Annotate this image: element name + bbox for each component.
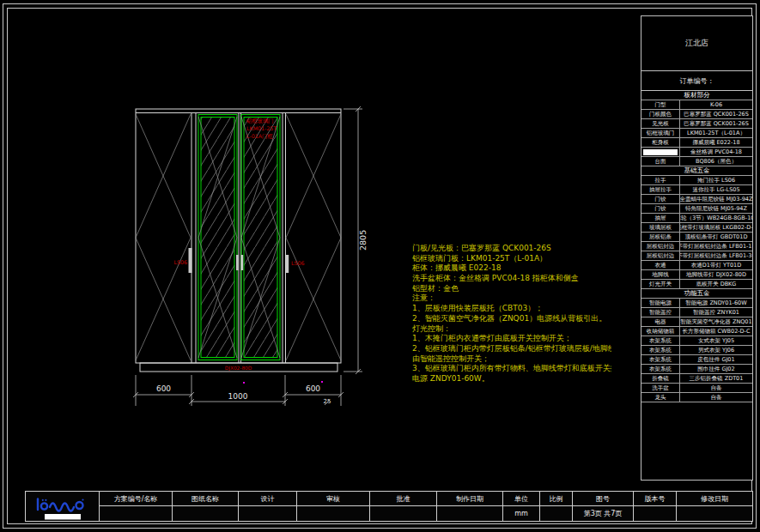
table-row: 收纳储物箱 长方形储物箱 CWB02-D-C xyxy=(641,327,752,336)
title-bar-column-value: 第3页 共7页 xyxy=(573,506,633,521)
spec-row-label: 折叠镜 xyxy=(641,374,680,383)
glass-door-left xyxy=(198,115,237,360)
spec-row-label: 洗手盆 xyxy=(641,384,680,392)
table-row: 抽屉拉手 迷你拉手 LG-LS05 xyxy=(641,185,752,195)
spec-row-value: 迷你拉手 LG-LS05 xyxy=(680,185,752,194)
spec-row-value: 皮包挂件 GJ01 xyxy=(680,355,752,364)
table-row: 龙头 自备 xyxy=(641,393,752,402)
table-row: 门型 K-06 xyxy=(641,100,752,110)
handle-center-left xyxy=(236,255,239,270)
spec-row-label: 层板铝条 xyxy=(641,233,680,241)
spec-row-label: 地脚线 xyxy=(641,270,680,279)
title-bar-column-value xyxy=(239,506,296,521)
glass-door-right xyxy=(241,115,280,360)
title-bar-column-value xyxy=(437,506,502,521)
table-row: 柜身板 挪威晨曦 E022-18 xyxy=(641,138,752,148)
title-bar-column: 审核 xyxy=(297,492,370,521)
spec-row-label: 门铰 xyxy=(641,204,680,213)
spec-row-label: 铝框玻璃门 xyxy=(641,129,680,137)
note-line: 铝型材：金色 xyxy=(412,284,611,294)
spec-row-value: LKM01-25T（L-01A） xyxy=(680,129,752,137)
glass-door-label-line3: L-01A门框 xyxy=(246,133,273,139)
glass-door-label-line1: 铝框玻璃门 xyxy=(246,118,273,124)
title-bar-column-value xyxy=(100,506,172,521)
spec-row-label: 柜身板 xyxy=(641,138,680,147)
table-row: 门铰 全盖蜗牛阻尼铰链 MJ03-94Z xyxy=(641,195,752,204)
title-bar-column: 方案编号/名称 xyxy=(100,492,173,521)
spec-row-value: 铝框带灯玻璃层板 LKGB02-D-1 xyxy=(680,223,752,232)
note-line: 铝框玻璃门板：LKM01-25T（L-01A） xyxy=(412,254,611,264)
losvvo-logo-icon xyxy=(26,492,100,523)
table-row: 智能电源 智能电源 ZNDY01-60W xyxy=(641,299,752,308)
title-bar-column: 单位 mm xyxy=(503,492,540,521)
table-row: 地脚线 地脚线带灯 DJX02-80D xyxy=(641,270,752,280)
spec-row-value: 掩门拉手 LS06 xyxy=(680,176,752,184)
dimension-right-value: 600 xyxy=(306,384,320,393)
title-bar-column-label: 制作日期 xyxy=(437,492,502,506)
spec-row-label: 衣架系统 xyxy=(641,336,680,345)
spec-row-label: 衣架系统 xyxy=(641,355,680,364)
spec-row-label: 层板铝封边 xyxy=(641,251,680,260)
spec-row-value: 金丝格调 PVC04-18 xyxy=(680,148,752,156)
spec-row-label: 玻璃层板 xyxy=(641,223,680,232)
note-line: 电源 ZNDY01-60W。 xyxy=(412,374,611,384)
table-row: 层板铝封边 不带灯层板铝封边条 LFB01-18 xyxy=(641,242,752,251)
note-line: 3、铝框玻璃门柜内所有带灯物料、地脚线带灯和底板开关接智能 xyxy=(412,364,611,374)
spec-row-value: 衣通D1带灯 YT01D xyxy=(680,261,752,269)
spec-row-label: 收纳储物箱 xyxy=(641,327,680,336)
table-row: 门铰 特角阻尼铰链 MJ05-94Z xyxy=(641,204,752,214)
spec-row-value: 智能电源 ZNDY01-60W xyxy=(680,299,752,307)
cabinet-outline xyxy=(136,109,341,372)
title-bar-column-label: 方案编号/名称 xyxy=(100,492,172,506)
title-bar-column: 图号 第3页 共7页 xyxy=(573,492,634,521)
title-bar-column-label: 批准 xyxy=(370,492,436,506)
store-name: 江北店 xyxy=(641,16,752,71)
table-row: 电器 智能灭菌空气净化器 ZNQ01 xyxy=(641,317,752,327)
table-row: 衣架系统 女式衣架 YJ05 xyxy=(641,336,752,346)
spec-row-value: 自备 xyxy=(680,384,752,392)
spec-table: 江北店 订单编号： 板材部分 门型 K-06 门板颜色 巴塞罗那蓝 QCK001… xyxy=(641,15,753,481)
company-logo xyxy=(26,492,100,521)
spec-row-value: 智能遥控 ZNYK01 xyxy=(680,308,752,317)
spec-row-value: 底板开关 DBKG xyxy=(680,280,752,288)
table-row: 功能五金 xyxy=(641,289,752,299)
grip-dots xyxy=(243,381,323,384)
title-bar-column-label: 图号 xyxy=(573,492,633,506)
title-bar-column-value xyxy=(677,506,752,521)
spec-row-value: 顶板铝条带灯 GBDT01D xyxy=(680,233,752,241)
title-bar-column: 比例 xyxy=(540,492,573,521)
title-bar-column: 设计 xyxy=(239,492,297,521)
spec-row-value: 围巾挂件 GJ02 xyxy=(680,365,752,373)
title-bar-column: 图纸名称 xyxy=(173,492,239,521)
table-row: 层板铝条 顶板铝条带灯 GBDT01D xyxy=(641,233,752,242)
title-bar-column-value xyxy=(540,506,572,521)
handle-label-left: LS06 xyxy=(173,259,187,265)
table-row: 拉手 掩门拉手 LS06 xyxy=(641,176,752,185)
table-row: 见光板 巴塞罗那蓝 QCK001-26S xyxy=(641,119,752,129)
note-line: 1、层板使用快装层板托（CBT03）； xyxy=(412,304,611,314)
title-bar-columns: 方案编号/名称 图纸名称 设计 审核 批准 制作日期 单位 mm xyxy=(100,492,752,521)
annotation-notes: 门板/见光板：巴塞罗那蓝 QCK001-26S铝框玻璃门板：LKM01-25T（… xyxy=(412,244,611,384)
table-row: 层板铝封边 不带灯层板铝封边条 LFB01-36 xyxy=(641,251,752,261)
spec-row-value: 自备 xyxy=(680,393,752,402)
note-line: 由智能遥控控制开关； xyxy=(412,354,611,365)
spec-row-value: 巴塞罗那蓝 QCK001-26S xyxy=(680,119,752,128)
spec-row-label: 抽屉 xyxy=(641,214,680,222)
dimension-height-value: 2805 xyxy=(358,230,368,251)
dimension-center-value: 1000 xyxy=(228,392,248,401)
table-row: 衣架系统 男式衣架 YJ06 xyxy=(641,346,752,355)
baseboard-label: DJX02-80D xyxy=(225,366,252,372)
title-bar-column-value xyxy=(370,506,436,521)
spec-row-value: 三步铝折叠镜 ZDT01 xyxy=(680,374,752,383)
spec-row-value: 不带灯层板铝封边条 LFB01-18 xyxy=(680,242,752,251)
spec-rows: 板材部分 门型 K-06 门板颜色 巴塞罗那蓝 QCK001-26S 见光板 巴… xyxy=(641,91,752,402)
title-bar-column-label: 设计 xyxy=(239,492,296,506)
title-bar-column-value: mm xyxy=(503,506,539,521)
spec-row-label xyxy=(641,148,680,156)
spec-row-value: 巴塞罗那蓝 QCK001-26S xyxy=(680,110,752,118)
table-row: 衣通 衣通D1带灯 YT01D xyxy=(641,261,752,270)
title-bar-column: 制作日期 xyxy=(437,492,503,521)
spec-row-label: 衣通 xyxy=(641,261,680,269)
spec-row-value: 不带灯层板铝封边条 LFB01-36 xyxy=(680,251,752,260)
spec-row-label: 见光板 xyxy=(641,119,680,128)
